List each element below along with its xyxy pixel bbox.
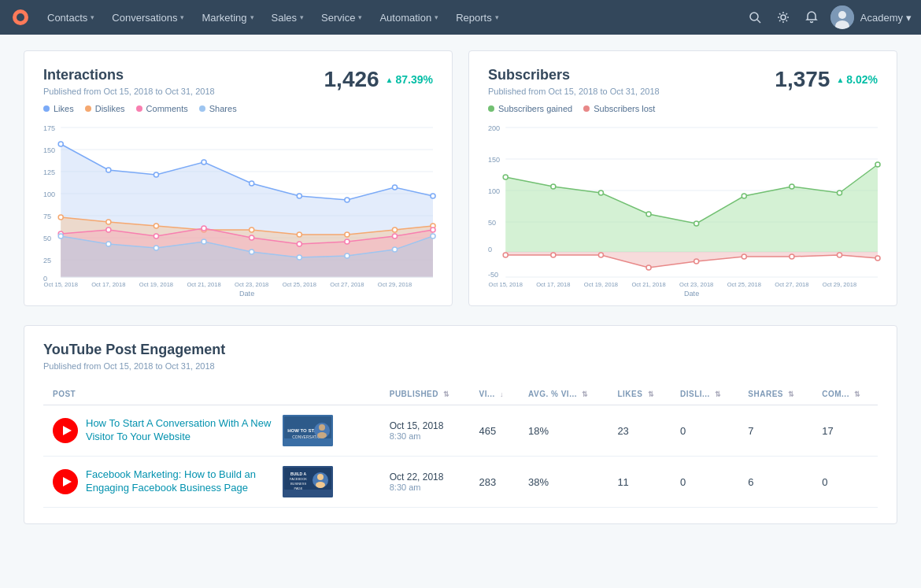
svg-point-56 [106, 242, 111, 246]
svg-point-62 [392, 247, 397, 252]
col-comments[interactable]: COM... ⇅ [812, 383, 878, 405]
notifications-button[interactable] [799, 5, 824, 30]
post-title[interactable]: Facebook Marketing: How to Build an Enga… [86, 468, 275, 495]
chevron-down-icon: ▾ [906, 12, 912, 24]
sort-icon: ⇅ [582, 390, 589, 398]
charts-row: Interactions Published from Oct 15, 2018… [24, 50, 897, 306]
interactions-change: ▲ 87.39% [386, 73, 433, 86]
post-cell-2: Facebook Marketing: How to Build an Enga… [43, 457, 380, 508]
post-thumbnail: HOW TO START A CONVERSATION [283, 415, 333, 446]
svg-text:50: 50 [43, 235, 51, 242]
post-title[interactable]: How To Start A Conversation With A New V… [86, 417, 275, 444]
svg-point-104 [837, 253, 841, 257]
subscribers-subtitle: Published from Oct 15, 2018 to Oct 31, 2… [488, 87, 660, 96]
svg-point-4 [781, 15, 786, 20]
svg-point-26 [106, 168, 111, 172]
table-row: How To Start A Conversation With A New V… [43, 405, 878, 457]
likes-2: 11 [608, 457, 671, 508]
nav-reports[interactable]: Reports ▾ [448, 0, 507, 35]
svg-text:25: 25 [43, 257, 51, 264]
svg-point-46 [106, 227, 111, 232]
nav-marketing[interactable]: Marketing ▾ [194, 0, 261, 35]
svg-text:Oct 19, 2018: Oct 19, 2018 [139, 281, 173, 288]
nav-service[interactable]: Service ▾ [313, 0, 370, 35]
col-dislikes[interactable]: DISLI... ⇅ [671, 383, 738, 405]
svg-text:125: 125 [43, 168, 55, 176]
nav-contacts[interactable]: Contacts ▾ [39, 0, 102, 35]
subscribers-card: Subscribers Published from Oct 15, 2018 … [468, 50, 897, 306]
sort-icon: ⇅ [715, 390, 722, 398]
engagement-section: YouTube Post Engagement Published from O… [24, 325, 897, 524]
sort-icon: ⇅ [443, 390, 450, 398]
search-button[interactable] [742, 5, 768, 30]
col-shares[interactable]: SHARES ⇅ [738, 383, 812, 405]
subscribers-stat: 1,375 ▲ 8.02% [775, 67, 878, 92]
likes-1: 23 [608, 405, 671, 457]
interactions-chart: 175 150 125 100 75 50 25 0 [43, 120, 433, 293]
svg-point-53 [431, 227, 435, 232]
chevron-down-icon: ▾ [250, 13, 254, 21]
svg-point-1 [17, 13, 24, 21]
svg-text:Oct 17, 2018: Oct 17, 2018 [536, 281, 570, 288]
main-content: Interactions Published from Oct 15, 2018… [0, 35, 921, 540]
svg-text:150: 150 [488, 156, 500, 164]
nav-conversations[interactable]: Conversations ▾ [104, 0, 192, 35]
svg-point-58 [202, 239, 206, 244]
subscribers-legend: Subscribers gained Subscribers lost [488, 104, 660, 113]
up-arrow-icon: ▲ [836, 76, 844, 84]
svg-text:175: 175 [43, 124, 55, 132]
subscribers-title-group: Subscribers Published from Oct 15, 2018 … [488, 67, 660, 120]
user-menu[interactable]: Academy ▾ [860, 12, 912, 24]
svg-text:-50: -50 [488, 271, 498, 279]
post-thumbnail: BUILD A FACEBOOK BUSINESS PAGE [283, 466, 333, 497]
svg-point-100 [646, 265, 651, 270]
col-views[interactable]: VI... ↓ [469, 383, 519, 405]
svg-text:100: 100 [43, 190, 55, 198]
legend-likes: Likes [43, 104, 74, 113]
svg-line-3 [757, 20, 760, 23]
svg-text:Oct 21, 2018: Oct 21, 2018 [187, 281, 220, 288]
youtube-icon [53, 469, 78, 494]
settings-button[interactable] [771, 5, 796, 30]
svg-point-32 [392, 185, 397, 190]
dislikes-2: 0 [671, 457, 738, 508]
svg-point-98 [551, 253, 556, 257]
comments-2: 0 [812, 457, 878, 508]
user-avatar[interactable] [830, 6, 854, 29]
svg-text:PAGE: PAGE [294, 486, 303, 490]
sort-icon: ⇅ [788, 390, 795, 398]
svg-marker-86 [505, 165, 878, 252]
subscribers-title: Subscribers [488, 67, 660, 83]
nav-sales[interactable]: Sales ▾ [264, 0, 313, 35]
legend-dot-dislikes [85, 105, 91, 112]
svg-point-103 [790, 254, 794, 259]
svg-point-102 [742, 254, 746, 259]
legend-dot-lost [583, 105, 590, 112]
svg-point-61 [345, 253, 350, 258]
subscribers-chart: 200 150 100 50 0 -50 [488, 120, 878, 293]
svg-point-88 [551, 184, 556, 189]
svg-text:50: 50 [488, 219, 496, 227]
col-published[interactable]: PUBLISHED ⇅ [380, 383, 470, 405]
svg-point-28 [202, 160, 206, 165]
svg-text:0: 0 [488, 246, 492, 253]
chevron-down-icon: ▾ [91, 13, 94, 21]
svg-point-30 [297, 194, 301, 198]
published-date-1: Oct 15, 2018 8:30 am [380, 405, 470, 457]
col-likes[interactable]: LIKES ⇅ [608, 383, 671, 405]
svg-text:Oct 19, 2018: Oct 19, 2018 [584, 281, 618, 288]
post-cell-1: How To Start A Conversation With A New V… [43, 405, 380, 457]
col-avg-views[interactable]: AVG. % VI... ⇅ [519, 383, 608, 405]
svg-marker-96 [505, 252, 878, 268]
nav-icons: Academy ▾ [742, 5, 912, 30]
svg-text:100: 100 [488, 187, 500, 195]
svg-point-27 [154, 172, 158, 177]
avg-views-1: 18% [519, 405, 608, 457]
interactions-stat: 1,426 ▲ 87.39% [324, 67, 433, 92]
engagement-subtitle: Published from Oct 15, 2018 to Oct 31, 2… [43, 361, 878, 371]
svg-text:Oct 17, 2018: Oct 17, 2018 [91, 281, 125, 288]
hubspot-logo[interactable] [9, 6, 31, 28]
nav-automation[interactable]: Automation ▾ [372, 0, 446, 35]
svg-point-47 [154, 234, 158, 239]
sort-icon: ⇅ [854, 390, 861, 398]
